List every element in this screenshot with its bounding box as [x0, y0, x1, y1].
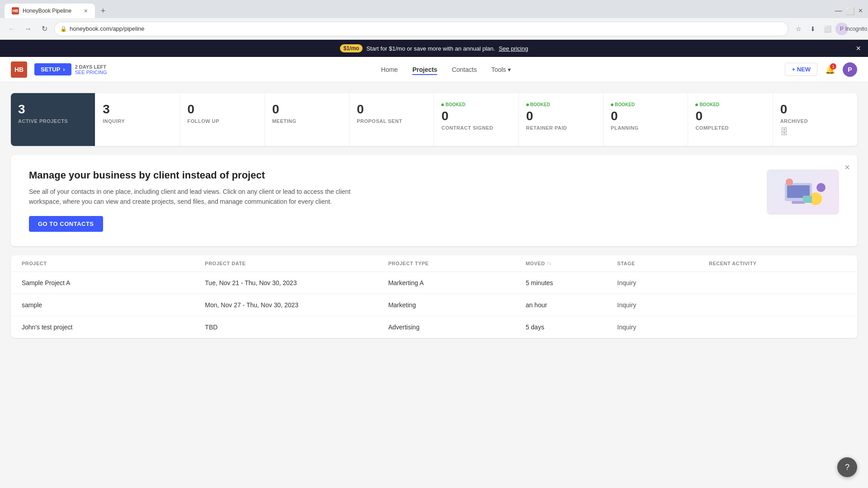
promo-illustration [767, 169, 839, 215]
stat-inquiry[interactable]: 3 INQUIRY [95, 93, 180, 146]
stat-retainer-paid[interactable]: BOOKED 0 RETAINER PAID [519, 93, 604, 146]
project-name: Sample Project A [22, 279, 205, 286]
go-to-contacts-button[interactable]: GO TO CONTACTS [29, 216, 103, 232]
hb-logo[interactable]: HB [11, 61, 27, 78]
promo-card: Manage your business by client instead o… [11, 155, 857, 246]
th-project: PROJECT [22, 261, 205, 266]
stat-archived[interactable]: 0 ARCHIVED 🗄 [773, 93, 857, 146]
booked-dot-icon [441, 103, 444, 106]
inquiry-label: INQUIRY [103, 118, 172, 124]
th-stage: STAGE [617, 261, 709, 266]
booked-dot-icon [611, 103, 613, 106]
setup-info: 2 DAYS LEFT SEE PRICING [75, 64, 107, 75]
main-nav: Home Projects Contacts Tools ▾ [107, 64, 785, 75]
nav-tools[interactable]: Tools ▾ [491, 64, 511, 75]
planning-label: PLANNING [611, 125, 680, 131]
minimize-button[interactable]: — [835, 7, 842, 15]
booked-dot-icon [526, 103, 529, 106]
promo-description: See all of your contacts in one place, i… [29, 187, 373, 207]
setup-label: SETUP [41, 66, 60, 73]
svg-point-3 [816, 183, 826, 192]
stat-completed[interactable]: BOOKED 0 COMPLETED [688, 93, 773, 146]
th-project-type: PROJECT TYPE [388, 261, 526, 266]
url-text: honeybook.com/app/pipeline [70, 25, 783, 32]
notification-button[interactable]: 🔔 1 [823, 62, 837, 77]
browser-controls: ← → ↻ 🔒 honeybook.com/app/pipeline ☆ ⬇ ⬜… [0, 18, 868, 40]
maximize-button[interactable]: ⬜ [846, 7, 855, 15]
project-date: TBD [205, 324, 388, 331]
nav-home[interactable]: Home [381, 64, 398, 75]
archived-count: 0 [780, 102, 850, 117]
promo-close-button[interactable]: × [844, 162, 850, 173]
contract-signed-booked: BOOKED [441, 102, 511, 107]
nav-projects[interactable]: Projects [412, 64, 437, 75]
header-actions: + NEW 🔔 1 P [785, 62, 857, 77]
active-projects-count: 3 [18, 102, 88, 117]
project-date: Tue, Nov 21 - Thu, Nov 30, 2023 [205, 279, 388, 286]
refresh-button[interactable]: ↻ [38, 23, 51, 35]
project-name: John's test project [22, 324, 205, 331]
retainer-paid-count: 0 [526, 109, 596, 123]
new-button[interactable]: + NEW [785, 63, 817, 76]
archived-label: ARCHIVED [780, 118, 850, 124]
inquiry-count: 3 [103, 102, 172, 117]
new-tab-button[interactable]: + [97, 5, 109, 17]
planning-count: 0 [611, 109, 680, 123]
download-button[interactable]: ⬇ [807, 23, 819, 35]
project-stage: Inquiry [617, 324, 709, 331]
banner-badge: $1/mo [340, 44, 363, 52]
bookmark-button[interactable]: ☆ [792, 23, 805, 35]
tab-title: HoneyBook Pipeline [23, 8, 80, 14]
tab-close-button[interactable]: × [84, 7, 88, 14]
th-project-date: PROJECT DATE [205, 261, 388, 266]
stat-follow-up[interactable]: 0 FOLLOW UP [180, 93, 265, 146]
see-pricing-link[interactable]: SEE PRICING [75, 70, 107, 75]
setup-button[interactable]: SETUP › [34, 63, 71, 75]
forward-button[interactable]: → [22, 23, 34, 35]
stat-proposal-sent[interactable]: 0 PROPOSAL SENT [349, 93, 434, 146]
project-type: Marketing [388, 301, 526, 309]
table-row[interactable]: sample Mon, Nov 27 - Thu, Nov 30, 2023 M… [11, 294, 857, 316]
contract-signed-label: CONTRACT SIGNED [441, 125, 511, 131]
extensions-button[interactable]: ⬜ [821, 23, 834, 35]
address-bar[interactable]: 🔒 honeybook.com/app/pipeline [54, 22, 788, 36]
project-type: Advertising [388, 324, 526, 331]
project-moved: an hour [526, 301, 618, 309]
stat-meeting[interactable]: 0 MEETING [265, 93, 349, 146]
table-row[interactable]: Sample Project A Tue, Nov 21 - Thu, Nov … [11, 272, 857, 294]
tools-dropdown-icon: ▾ [508, 66, 511, 73]
back-button[interactable]: ← [5, 23, 18, 35]
planning-booked: BOOKED [611, 102, 680, 107]
table-row[interactable]: John's test project TBD Advertising 5 da… [11, 316, 857, 338]
project-name: sample [22, 301, 205, 309]
close-window-button[interactable]: × [859, 7, 863, 15]
th-moved[interactable]: MOVED ↑↓ [526, 261, 618, 266]
follow-up-count: 0 [188, 102, 257, 117]
stat-contract-signed[interactable]: BOOKED 0 CONTRACT SIGNED [434, 93, 519, 146]
follow-up-label: FOLLOW UP [188, 118, 257, 124]
avatar[interactable]: P [843, 62, 857, 77]
projects-table: PROJECT PROJECT DATE PROJECT TYPE MOVED … [11, 255, 857, 338]
stat-active-projects[interactable]: 3 ACTIVE PROJECTS [11, 93, 95, 146]
main-content: 3 ACTIVE PROJECTS 3 INQUIRY 0 FOLLOW UP … [0, 82, 868, 488]
completed-label: COMPLETED [695, 125, 765, 131]
stats-bar: 3 ACTIVE PROJECTS 3 INQUIRY 0 FOLLOW UP … [11, 93, 857, 146]
banner-close-button[interactable]: × [856, 44, 861, 53]
meeting-label: MEETING [272, 118, 342, 124]
browser-tab-bar: HB HoneyBook Pipeline × + — ⬜ × [0, 0, 868, 18]
retainer-paid-label: RETAINER PAID [526, 125, 596, 131]
stat-planning[interactable]: BOOKED 0 PLANNING [604, 93, 688, 146]
browser-chrome: HB HoneyBook Pipeline × + — ⬜ × ← → ↻ 🔒 … [0, 0, 868, 40]
nav-contacts[interactable]: Contacts [452, 64, 476, 75]
help-button[interactable]: ? [837, 457, 857, 477]
project-stage: Inquiry [617, 301, 709, 309]
days-left-label: 2 DAYS LEFT [75, 64, 107, 70]
project-moved: 5 minutes [526, 279, 618, 286]
completed-count: 0 [695, 109, 765, 123]
table-header: PROJECT PROJECT DATE PROJECT TYPE MOVED … [11, 255, 857, 272]
banner-link[interactable]: See pricing [499, 45, 528, 52]
retainer-paid-booked: BOOKED [526, 102, 596, 107]
active-tab[interactable]: HB HoneyBook Pipeline × [5, 4, 95, 18]
project-date: Mon, Nov 27 - Thu, Nov 30, 2023 [205, 301, 388, 309]
project-stage: Inquiry [617, 279, 709, 286]
